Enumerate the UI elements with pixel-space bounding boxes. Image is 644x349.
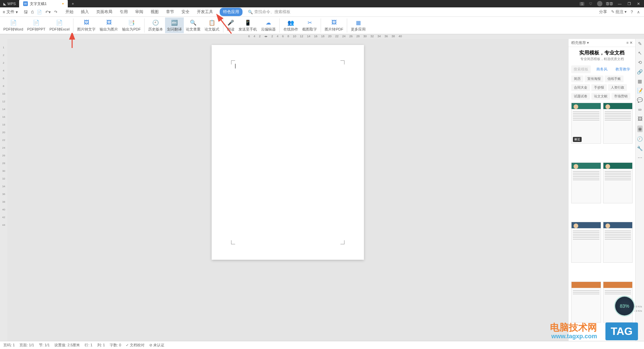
online-collab-button[interactable]: 👥在线协作	[281, 17, 300, 33]
status-column[interactable]: 列: 1	[97, 343, 105, 348]
speed-monitor-badge[interactable]: 83%	[615, 297, 634, 315]
chat-icon[interactable]: 💬	[637, 97, 643, 103]
send-to-phone-button[interactable]: 📱发送至手机	[236, 17, 259, 33]
file-menu[interactable]: ≡ 文件 ▾	[0, 9, 20, 15]
minimize-button[interactable]: —	[616, 1, 623, 6]
collapse-ribbon-icon[interactable]: ∧	[637, 10, 640, 14]
more-icon[interactable]: ⋯	[638, 155, 642, 160]
template-tab-business[interactable]: 商务风	[592, 65, 611, 73]
image-icon[interactable]: 🖼	[638, 116, 642, 121]
tag-contract[interactable]: 合同大全	[571, 84, 590, 91]
grid-icon[interactable]: ▦	[638, 79, 642, 84]
image-to-text-button[interactable]: 🖼图片转文字	[75, 17, 98, 33]
status-line[interactable]: 行: 1	[85, 343, 92, 348]
tab-start[interactable]: 开始	[65, 8, 74, 16]
template-item[interactable]	[571, 282, 601, 322]
document-page[interactable]	[212, 45, 364, 260]
close-button[interactable]: ✕	[636, 1, 641, 7]
history-icon[interactable]: 🕘	[637, 136, 643, 142]
template-search-input[interactable]: 搜索模板	[571, 65, 591, 73]
tab-section[interactable]: 章节	[165, 8, 175, 16]
screenshot-ocr-button[interactable]: ✂截图取字	[300, 17, 319, 33]
comment-button[interactable]: ✎ 批注 ▾	[611, 9, 627, 15]
template-tab-education[interactable]: 教育教学	[613, 65, 633, 73]
pdf-to-ppt-button[interactable]: 📄PDF转PPT	[25, 17, 47, 33]
document-canvas[interactable]	[7, 39, 568, 341]
tab-reference[interactable]: 引用	[119, 8, 128, 16]
more-apps-button[interactable]: ▦更多应用	[349, 17, 368, 33]
template-item[interactable]: 最近	[571, 103, 601, 144]
status-page-count[interactable]: 页面: 1/1	[19, 343, 34, 348]
preview-icon[interactable]: 📄	[37, 10, 42, 14]
refresh-icon[interactable]: ⟲	[638, 60, 642, 65]
template-item[interactable]	[603, 103, 633, 144]
pdf-to-excel-button[interactable]: 📄PDF转Excel	[48, 17, 72, 33]
command-search[interactable]: 🔍 查找命令、搜索模板	[248, 9, 290, 15]
tab-review[interactable]: 审阅	[135, 8, 144, 16]
speed-labels: ↑ 0 K/s ↓ 0 K/s	[634, 305, 642, 313]
add-tab-button[interactable]: +	[68, 2, 78, 6]
tag-hr[interactable]: 人资行政	[608, 84, 627, 91]
tab-view[interactable]: 视图	[150, 8, 159, 16]
status-page-no[interactable]: 页码: 1	[3, 343, 15, 348]
paper-format-button[interactable]: 📋论文版式	[203, 17, 221, 33]
tag-letter[interactable]: 信纸手账	[605, 76, 624, 82]
tag-exam[interactable]: 试题试卷	[571, 93, 590, 100]
tag-marketing[interactable]: 市场营销	[611, 93, 630, 100]
template-item[interactable]	[603, 222, 633, 263]
tag-resume[interactable]: 简历	[571, 76, 583, 82]
print-icon[interactable]: ⎙	[31, 10, 34, 14]
save-icon[interactable]: 🖫	[24, 10, 28, 14]
attach-icon[interactable]: 🔗	[637, 69, 643, 74]
tag-handcopy[interactable]: 手抄报	[591, 84, 607, 91]
panel-subtitle: 专业简历模板，精选优质文档	[569, 57, 635, 64]
tab-security[interactable]: 安全	[181, 8, 190, 16]
tab-layout[interactable]: 页面布局	[96, 8, 113, 16]
share-button[interactable]: 分享	[599, 9, 607, 15]
restore-button[interactable]: ❐	[626, 1, 632, 7]
status-wordcount[interactable]: 字数: 0	[110, 343, 121, 348]
panel-close-icon[interactable]: ✕	[630, 41, 633, 45]
tag-poster[interactable]: 宣传海报	[585, 76, 603, 82]
translate-button[interactable]: 🔤划词翻译	[165, 17, 184, 33]
tab-devtools[interactable]: 开发工具	[196, 8, 214, 16]
margin-corner-icon	[231, 240, 235, 244]
panel-header-title[interactable]: 稻壳推荐 ▾	[571, 40, 589, 45]
read-aloud-button[interactable]: 🎤朗读	[225, 17, 236, 33]
template-item[interactable]	[571, 162, 601, 203]
export-pdf-button[interactable]: 📑输出为PDF	[120, 17, 143, 33]
cloud-editor-button[interactable]: ☁云编辑器	[259, 17, 278, 33]
clock-icon[interactable]: ◉	[637, 126, 643, 132]
user-avatar-icon[interactable]	[597, 1, 602, 6]
app-logo[interactable]: ◣WPS	[0, 2, 19, 6]
document-tab[interactable]: W 文字文稿1 •	[19, 0, 68, 7]
status-spellcheck[interactable]: ✓ 文档校对	[126, 343, 145, 348]
cursor-icon[interactable]: ↖	[638, 50, 642, 56]
image-to-pdf-button[interactable]: 🖼图片转PDF	[323, 17, 345, 33]
tab-special-apps[interactable]: 特色应用	[220, 8, 243, 16]
template-item[interactable]	[571, 222, 601, 263]
note-icon[interactable]: 📝	[637, 88, 643, 93]
help-icon[interactable]: ?	[631, 10, 633, 14]
gift-icon[interactable]: ♡	[588, 1, 594, 7]
user-name[interactable]: 蓉蓉	[606, 1, 613, 6]
link-icon[interactable]: ∞	[638, 107, 642, 112]
template-item[interactable]	[603, 162, 633, 203]
status-position[interactable]: 设置值: 2.5厘米	[54, 343, 80, 348]
paper-check-button[interactable]: 🔍论文查重	[184, 17, 203, 33]
tools-icon[interactable]: 🔧	[637, 146, 643, 151]
tab-insert[interactable]: 插入	[80, 8, 90, 16]
status-section[interactable]: 节: 1/1	[39, 343, 50, 348]
tag-paper[interactable]: 论文文献	[591, 93, 610, 100]
pdf-to-word-button[interactable]: 📄PDF转Word	[1, 17, 25, 33]
search-icon: 🔍	[248, 10, 253, 14]
undo-icon[interactable]: ↶▾	[45, 10, 51, 14]
export-image-button[interactable]: 🖼输出为图片	[98, 17, 120, 33]
edit-icon[interactable]: ✎	[638, 41, 642, 46]
status-cert[interactable]: ⊘ 未认证	[149, 343, 164, 348]
history-button[interactable]: 🕘历史版本	[146, 17, 165, 33]
redo-icon[interactable]: ↷	[54, 10, 57, 14]
notification-badge[interactable]: 1	[580, 2, 584, 6]
tab-title: 文字文稿1	[30, 1, 47, 6]
panel-settings-icon[interactable]: ≡	[627, 41, 629, 45]
